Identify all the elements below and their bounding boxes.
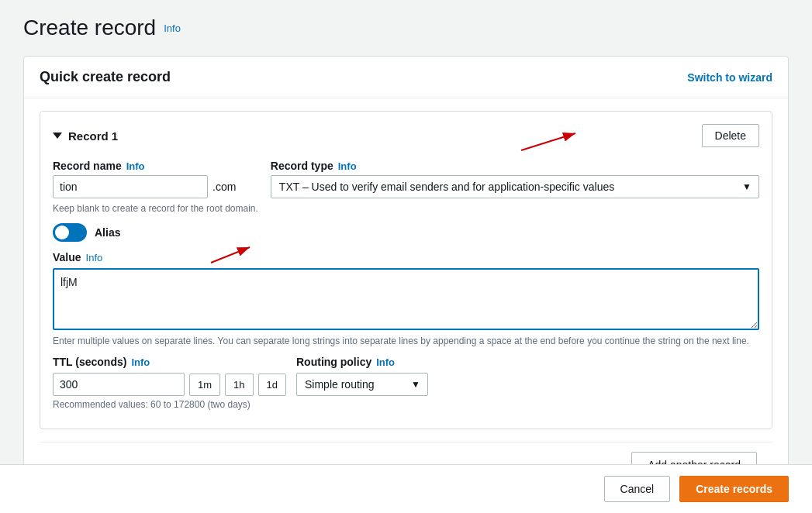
record-type-select-wrapper: TXT – Used to verify email senders and f…: [271, 175, 759, 198]
create-records-button[interactable]: Create records: [679, 476, 789, 502]
routing-policy-info-link[interactable]: Info: [376, 356, 395, 368]
record-name-hint: Keep blank to create a record for the ro…: [53, 203, 258, 214]
routing-policy-select[interactable]: Simple routing Failover routing Geolocat…: [296, 373, 428, 396]
ttl-routing-row: TTL (seconds) Info 1m 1h 1d Recommended …: [53, 356, 759, 410]
card-body: Record 1 Delete Record name Info: [24, 98, 788, 500]
ttl-1h-button[interactable]: 1h: [225, 374, 253, 396]
page-info-link[interactable]: Info: [164, 22, 181, 34]
ttl-label: TTL (seconds) Info: [53, 356, 278, 368]
record-type-info-link[interactable]: Info: [338, 160, 357, 172]
value-section: Value Info lfjM Enter multiple values on…: [53, 251, 759, 346]
record-1-header: Record 1 Delete: [53, 124, 759, 147]
routing-select-wrapper: Simple routing Failover routing Geolocat…: [296, 373, 428, 396]
switch-wizard-link[interactable]: Switch to wizard: [687, 71, 772, 84]
record-1-title: Record 1: [53, 129, 118, 143]
record-1-label: Record 1: [68, 129, 118, 143]
record-name-group: Record name Info .com Keep blank to crea…: [53, 160, 258, 214]
ttl-group: TTL (seconds) Info 1m 1h 1d Recommended …: [53, 356, 278, 410]
cancel-button[interactable]: Cancel: [604, 476, 671, 502]
value-hint: Enter multiple values on separate lines.…: [53, 336, 759, 346]
value-label-row: Value Info: [53, 251, 759, 263]
value-textarea[interactable]: lfjM: [53, 268, 759, 330]
ttl-recommended: Recommended values: 60 to 172800 (two da…: [53, 399, 278, 410]
record-name-input[interactable]: [53, 175, 208, 198]
value-label: Value: [53, 251, 81, 263]
record-name-input-row: .com: [53, 175, 258, 198]
alias-toggle[interactable]: [53, 223, 87, 242]
delete-record-button[interactable]: Delete: [702, 124, 759, 147]
routing-policy-label: Routing policy Info: [296, 356, 759, 368]
ttl-info-link[interactable]: Info: [131, 356, 150, 368]
record-section-1: Record 1 Delete Record name Info: [40, 111, 772, 429]
ttl-input[interactable]: [53, 373, 185, 396]
ttl-input-row: 1m 1h 1d: [53, 373, 278, 396]
record-type-select[interactable]: TXT – Used to verify email senders and f…: [271, 175, 759, 198]
bottom-bar: Cancel Create records: [0, 464, 812, 513]
record-name-info-link[interactable]: Info: [126, 160, 145, 172]
expand-icon[interactable]: [53, 133, 62, 139]
alias-label: Alias: [95, 226, 120, 239]
page-title: Create record: [23, 15, 156, 40]
toggle-slider: [53, 223, 87, 242]
name-type-row: Record name Info .com Keep blank to crea…: [53, 160, 759, 214]
record-type-label: Record type Info: [271, 160, 759, 172]
card-header: Quick create record Switch to wizard: [24, 57, 788, 98]
card-title: Quick create record: [40, 69, 171, 85]
domain-suffix: .com: [213, 181, 236, 193]
value-info-link[interactable]: Info: [86, 252, 103, 263]
record-type-group: Record type Info TXT – Used to verify em…: [271, 160, 759, 214]
ttl-1d-button[interactable]: 1d: [258, 374, 286, 396]
alias-row: Alias: [53, 223, 759, 242]
routing-group: Routing policy Info Simple routing Failo…: [296, 356, 759, 396]
ttl-1m-button[interactable]: 1m: [189, 374, 220, 396]
record-name-label: Record name Info: [53, 160, 258, 172]
quick-create-card: Quick create record Switch to wizard: [23, 56, 789, 501]
